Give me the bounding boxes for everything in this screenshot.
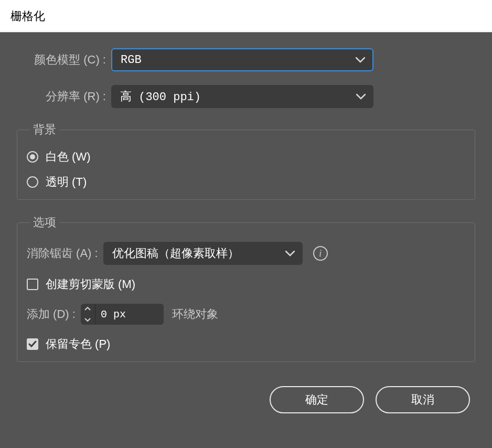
- background-white-radio[interactable]: 白色 (W): [27, 149, 465, 165]
- resolution-label: 分辨率 (R) :: [17, 89, 106, 104]
- checkbox-icon: [27, 338, 38, 350]
- background-white-label: 白色 (W): [46, 149, 91, 165]
- info-icon[interactable]: i: [313, 246, 328, 261]
- add-suffix: 环绕对象: [172, 306, 218, 322]
- antialias-value: 优化图稿（超像素取样）: [112, 246, 239, 261]
- background-legend: 背景: [30, 122, 59, 137]
- clip-mask-checkbox[interactable]: 创建剪切蒙版 (M): [27, 276, 465, 292]
- stepper-buttons: [81, 304, 95, 325]
- color-model-label: 颜色模型 (C) :: [17, 52, 106, 68]
- cancel-button[interactable]: 取消: [376, 386, 470, 413]
- antialias-label: 消除锯齿 (A) :: [27, 246, 98, 261]
- spot-color-label: 保留专色 (P): [46, 336, 110, 352]
- dialog-titlebar: 栅格化: [0, 0, 492, 33]
- chevron-down-icon: [356, 93, 366, 100]
- resolution-value: 高 (300 ppi): [120, 89, 201, 104]
- cancel-button-label: 取消: [411, 392, 434, 408]
- ok-button-label: 确定: [305, 392, 328, 408]
- spot-color-checkbox[interactable]: 保留专色 (P): [27, 336, 465, 352]
- stepper-down-button[interactable]: [81, 314, 95, 325]
- radio-icon: [27, 176, 38, 188]
- background-transparent-radio[interactable]: 透明 (T): [27, 174, 465, 190]
- clip-mask-label: 创建剪切蒙版 (M): [46, 276, 135, 292]
- dialog-button-row: 确定 取消: [17, 386, 475, 413]
- antialias-select[interactable]: 优化图稿（超像素取样）: [103, 242, 303, 265]
- add-stepper[interactable]: [81, 304, 164, 325]
- radio-icon: [27, 151, 38, 163]
- checkbox-icon: [27, 279, 38, 290]
- chevron-down-icon: [285, 250, 295, 257]
- stepper-up-button[interactable]: [81, 304, 95, 314]
- resolution-select[interactable]: 高 (300 ppi): [111, 85, 373, 108]
- chevron-down-icon: [356, 57, 365, 63]
- ok-button[interactable]: 确定: [270, 386, 364, 413]
- add-label: 添加 (D) :: [27, 306, 76, 322]
- options-legend: 选项: [30, 215, 59, 230]
- add-input[interactable]: [95, 304, 164, 325]
- color-model-select[interactable]: RGB: [111, 48, 373, 71]
- background-transparent-label: 透明 (T): [46, 174, 87, 190]
- dialog-title: 栅格化: [10, 8, 45, 24]
- background-group: 背景 白色 (W) 透明 (T): [17, 122, 475, 200]
- options-group: 选项 消除锯齿 (A) : 优化图稿（超像素取样） i 创建剪切蒙版 (M) 添…: [17, 215, 475, 362]
- color-model-value: RGB: [121, 54, 142, 67]
- dialog-body: 颜色模型 (C) : RGB 分辨率 (R) : 高 (300 ppi) 背景 …: [0, 33, 492, 448]
